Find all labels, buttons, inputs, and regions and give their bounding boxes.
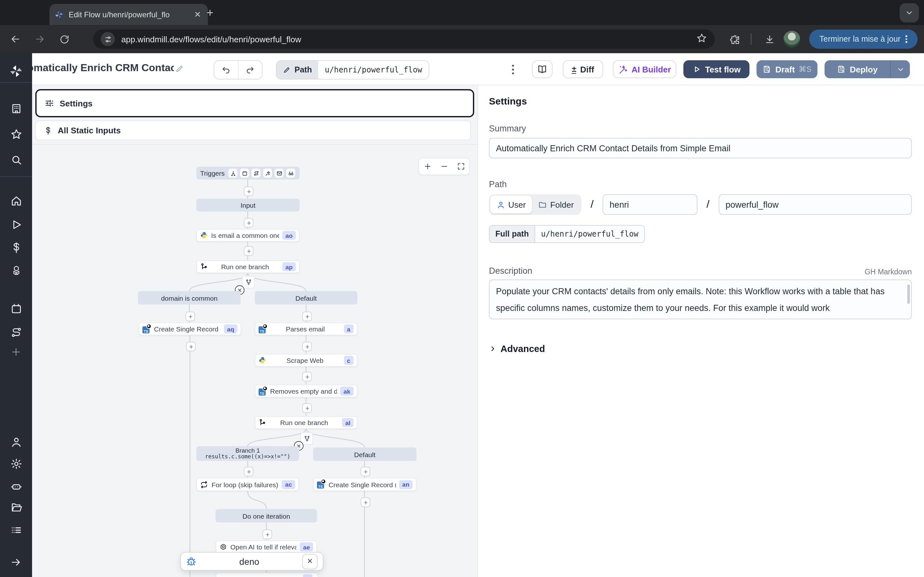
download-button[interactable] [762, 32, 776, 46]
openai-icon [220, 543, 227, 551]
forward-button[interactable] [33, 32, 47, 46]
sidebar-item-runs[interactable] [9, 218, 23, 231]
close-icon[interactable]: ✕ [302, 554, 318, 569]
add-step-button[interactable] [360, 467, 370, 476]
step-node-run-one-branch-2[interactable]: Run one branch al [255, 416, 357, 429]
new-tab-button[interactable]: + [207, 7, 213, 19]
branch-node-domain-common[interactable]: domain is common [138, 291, 241, 305]
add-step-button[interactable] [186, 311, 195, 321]
undo-button[interactable] [214, 61, 238, 79]
summary-input[interactable] [489, 138, 912, 158]
browser-tab[interactable]: Edit Flow u/henri/powerful_flo ✕ [49, 4, 208, 25]
sidebar-item-schedules[interactable] [9, 301, 23, 316]
add-step-button[interactable] [244, 187, 254, 196]
step-node-openai[interactable]: Open AI to tell if relevant result ae [216, 540, 317, 553]
profile-avatar[interactable] [783, 31, 800, 47]
email-icon[interactable] [275, 169, 284, 177]
sidebar-item-variables[interactable] [9, 240, 23, 255]
deploy-button[interactable]: Deploy [825, 60, 910, 78]
path-chip[interactable]: Path u/henri/powerful_flow [276, 60, 429, 79]
route-icon[interactable] [252, 169, 260, 177]
user-toggle-button[interactable]: User [490, 195, 532, 213]
poll-icon[interactable] [286, 169, 295, 177]
redo-button[interactable] [238, 61, 262, 79]
add-step-button[interactable] [302, 311, 312, 321]
step-node-for-loop[interactable]: For loop (skip failures) ac [196, 478, 299, 491]
back-button[interactable] [8, 32, 23, 46]
sidebar-item-add[interactable] [9, 345, 23, 359]
tab-close-icon[interactable]: ✕ [192, 9, 203, 19]
markdown-hint: GH Markdown [865, 268, 912, 276]
deploy-dropdown-button[interactable] [891, 65, 910, 73]
step-id-badge: ae [300, 542, 313, 551]
edit-title-icon[interactable] [175, 64, 184, 76]
bookmark-star-icon[interactable] [696, 32, 707, 46]
test-flow-button[interactable]: Test flow [683, 60, 750, 78]
schedule-icon[interactable] [240, 169, 249, 177]
add-step-button[interactable] [244, 218, 254, 227]
url-bar[interactable]: app.windmill.dev/flows/edit/u/henri/powe… [93, 29, 715, 49]
chevron-right-icon [489, 345, 497, 353]
divider [0, 82, 32, 83]
list-icon [10, 524, 22, 536]
reload-button[interactable] [57, 32, 71, 46]
draft-button[interactable]: Draft ⌘S [756, 60, 817, 78]
docs-button[interactable] [532, 60, 552, 78]
branch-node-default-2[interactable]: Default [313, 448, 417, 461]
flow-title[interactable]: Automatically Enrich CRM Contact [10, 62, 174, 74]
add-step-button[interactable] [244, 246, 254, 256]
folder-toggle-button[interactable]: Folder [532, 195, 580, 213]
step-node-is-email[interactable]: Is email a common one? ao [196, 229, 300, 242]
sidebar-item-routes[interactable] [9, 325, 23, 339]
path-owner-input[interactable] [603, 194, 698, 215]
do-one-iteration-node[interactable]: Do one iteration [216, 509, 317, 522]
sidebar-item-resources[interactable] [9, 263, 23, 277]
play-icon [692, 65, 701, 74]
diff-button[interactable]: ± Diff [563, 60, 603, 78]
step-node-scrape-web[interactable]: Scrape Web c [255, 354, 357, 367]
triggers-node[interactable]: Triggers [196, 167, 300, 179]
step-node-removes-empty[interactable]: TS Removes empty and duplicates ak [255, 385, 357, 398]
step-node-run-one-branch[interactable]: Run one branch ap [196, 260, 300, 273]
site-info-button[interactable] [101, 32, 115, 46]
sidebar-item-user[interactable] [9, 435, 23, 449]
tab-search-button[interactable] [900, 3, 919, 23]
websocket-icon[interactable] [263, 169, 272, 177]
step-node-parses-email[interactable]: TS Parses email a [255, 322, 357, 335]
more-options-button[interactable] [508, 63, 517, 76]
ai-builder-button[interactable]: AI Builder [613, 60, 676, 78]
branch-node-default-1[interactable]: Default [255, 291, 357, 305]
sidebar-item-home[interactable] [9, 193, 23, 208]
add-step-button[interactable] [360, 498, 370, 507]
webhook-icon[interactable] [228, 169, 237, 177]
sidebar-item-ai[interactable] [9, 479, 23, 493]
add-step-button[interactable] [244, 467, 254, 476]
branch-split-icon[interactable] [242, 276, 255, 288]
windmill-logo-icon[interactable] [9, 64, 23, 78]
sidebar-item-audit[interactable] [9, 522, 23, 537]
advanced-section-toggle[interactable]: Advanced [489, 343, 912, 354]
sidebar-item-workspace[interactable] [9, 101, 23, 115]
extensions-button[interactable] [728, 32, 742, 46]
search-icon [10, 153, 22, 166]
browser-update-button[interactable]: Terminer la mise à jour [809, 29, 918, 49]
branch-node-branch-1[interactable]: Branch 1 results.c.some((x)=>x!="") [196, 446, 299, 461]
sidebar-item-settings[interactable] [9, 456, 23, 471]
add-step-button[interactable] [186, 342, 196, 351]
sidebar-collapse-button[interactable] [9, 555, 23, 569]
step-node-create-record-1[interactable]: TS Create Single Record (Airtable) aq [139, 322, 241, 335]
add-step-button[interactable] [302, 342, 312, 351]
sidebar-item-favorites[interactable] [9, 127, 23, 141]
add-step-button[interactable] [262, 530, 272, 539]
step-id-badge: aq [224, 324, 237, 334]
sidebar-item-search[interactable] [9, 153, 23, 167]
add-step-button[interactable] [302, 403, 312, 413]
textarea-scrollbar[interactable] [907, 285, 910, 304]
description-textarea[interactable]: Populate your CRM contacts' details from… [489, 279, 912, 319]
path-name-input[interactable] [719, 194, 912, 215]
add-step-button[interactable] [302, 372, 312, 382]
chevron-down-icon [896, 65, 905, 73]
flow-input-node[interactable]: Input [196, 199, 300, 211]
step-node-create-record-2[interactable]: TS Create Single Record (Airtable) an [313, 478, 417, 491]
sidebar-item-folders[interactable] [9, 500, 23, 514]
